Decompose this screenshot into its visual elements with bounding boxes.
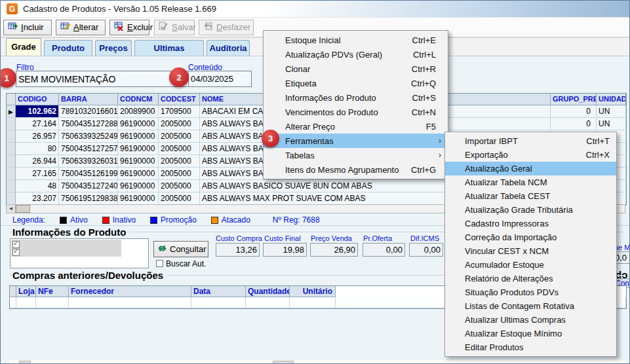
menu-item[interactable]: Itens do Mesmo Agrupamento Ctrl+G bbox=[264, 162, 448, 177]
cell-unidade[interactable]: UN bbox=[597, 118, 626, 130]
row-selector-cell[interactable]: ▶ bbox=[7, 105, 16, 118]
submenu-item[interactable]: Atualizar Ultimas Compras bbox=[445, 313, 616, 327]
cell-codcest[interactable]: 2005000 bbox=[159, 180, 200, 192]
cell-unidade[interactable]: UN bbox=[597, 105, 626, 118]
custo-compra-value[interactable]: 13,26 bbox=[216, 243, 260, 257]
cell-codigo[interactable]: 27.164 bbox=[16, 118, 59, 130]
tab[interactable]: Preços bbox=[95, 40, 132, 56]
menu-item[interactable]: Etiqueta Ctrl+Q bbox=[264, 76, 448, 90]
dif-icms-value[interactable]: 0,00 bbox=[409, 243, 443, 257]
menu-item[interactable]: Informações do Produto Ctrl+S bbox=[264, 90, 448, 105]
submenu-item[interactable]: Atualização Grade Tributária bbox=[445, 203, 616, 217]
submenu-item[interactable]: Acumulador Estoque bbox=[445, 258, 616, 272]
compras-column-header[interactable]: Quantidade bbox=[246, 286, 290, 297]
submenu-item[interactable]: Atualizar Estoque Mínimo bbox=[445, 327, 616, 340]
grid-column-header[interactable]: UNIDADE bbox=[597, 94, 626, 105]
submenu-item[interactable]: Editar Produtos bbox=[445, 340, 616, 354]
cell-codcest[interactable]: 2005000 bbox=[159, 192, 200, 205]
cell-grupo-preco[interactable]: 0 bbox=[551, 105, 597, 118]
info-checkbox-2[interactable] bbox=[12, 249, 20, 256]
cell-barra[interactable]: 7506339326031 bbox=[59, 155, 118, 168]
cell-barra[interactable]: 7891032016601 bbox=[59, 105, 118, 118]
cell-codncm[interactable]: 96190000 bbox=[118, 130, 159, 143]
row-selector-cell[interactable] bbox=[7, 118, 16, 130]
alterar-button[interactable]: Alterar bbox=[56, 20, 106, 35]
consultar-button[interactable]: Consultar bbox=[153, 241, 208, 257]
cell-codcest[interactable]: 2005000 bbox=[159, 118, 200, 130]
cell-codigo[interactable]: 102.962 bbox=[16, 105, 59, 118]
cell-codncm[interactable]: 96190000 bbox=[118, 192, 159, 205]
cell-barra[interactable]: 7500435127288 bbox=[59, 118, 118, 130]
row-selector-cell[interactable] bbox=[7, 143, 16, 155]
filtro-input[interactable] bbox=[16, 71, 189, 87]
conteudo-input[interactable] bbox=[188, 71, 252, 87]
cell-codncm[interactable]: 96190000 bbox=[118, 168, 159, 180]
cell-codcest[interactable]: 2005000 bbox=[159, 155, 200, 168]
compras-column-header[interactable]: Unitário bbox=[290, 286, 336, 297]
submenu-item[interactable]: Atualizar Tabela NCM bbox=[445, 175, 616, 189]
menu-item[interactable]: Alterar Preço F5 bbox=[264, 119, 448, 134]
cell-codcest[interactable]: 2005000 bbox=[159, 168, 200, 180]
cell-codcest[interactable]: 1709500 bbox=[159, 105, 200, 118]
cell-codncm[interactable]: 96190000 bbox=[118, 118, 159, 130]
bottom-splitter-handle[interactable] bbox=[273, 361, 294, 364]
cell-barra[interactable]: 7506195129838 bbox=[59, 192, 118, 205]
cell-barra[interactable]: 7500435127257 bbox=[59, 143, 118, 155]
cell-grupo-preco[interactable]: 0 bbox=[551, 118, 597, 130]
submenu-item[interactable]: Exportação Ctrl+X bbox=[445, 148, 616, 162]
submenu-item[interactable]: Correção da Importação bbox=[445, 230, 616, 244]
tab[interactable]: Ultimas Compras bbox=[134, 40, 204, 56]
menu-item[interactable]: Vencimentos do Produto Ctrl+N bbox=[264, 105, 448, 119]
grid-column-header[interactable]: CODNCM bbox=[118, 94, 159, 105]
cell-codigo[interactable]: 48 bbox=[16, 180, 59, 192]
tab[interactable]: Auditoria bbox=[207, 40, 250, 56]
cell-codigo[interactable]: 23.207 bbox=[16, 192, 59, 205]
compras-column-header[interactable]: Fornecedor bbox=[69, 286, 191, 297]
bottom-scrollbar[interactable] bbox=[9, 360, 625, 364]
custo-final-value[interactable]: 19,98 bbox=[263, 243, 307, 257]
tab[interactable]: Grade bbox=[6, 38, 41, 56]
cell-codigo[interactable]: 26.944 bbox=[16, 155, 59, 168]
bottom-scrollbar-thumb[interactable] bbox=[19, 361, 31, 364]
row-selector-cell[interactable] bbox=[7, 180, 16, 192]
cell-barra[interactable]: 7500435126199 bbox=[59, 168, 118, 180]
submenu-item[interactable]: Vincular CEST x NCM bbox=[445, 244, 616, 258]
incluir-button[interactable]: Incluir bbox=[3, 20, 52, 35]
row-selector-cell[interactable] bbox=[7, 155, 16, 168]
grid-column-header[interactable]: CODIGO bbox=[16, 94, 59, 105]
compras-column-header[interactable]: NFe bbox=[36, 286, 69, 297]
cell-codigo[interactable]: 26.957 bbox=[16, 130, 59, 143]
buscar-aut-checkbox[interactable] bbox=[156, 260, 163, 267]
submenu-item[interactable]: Importar IBPT Ctrl+T bbox=[445, 134, 616, 148]
menu-item[interactable]: Tabelas › bbox=[264, 148, 448, 162]
cell-codncm[interactable]: 96190000 bbox=[118, 155, 159, 168]
grid-column-header[interactable]: GRUPO_PRECO bbox=[551, 94, 597, 105]
menu-item[interactable]: Atualização PDVs (Geral) Ctrl+L bbox=[264, 47, 448, 62]
grid-column-header[interactable]: CODCEST bbox=[159, 94, 200, 105]
row-selector-cell[interactable] bbox=[7, 192, 16, 205]
submenu-item[interactable]: Situação Produtos PDVs bbox=[445, 285, 616, 299]
submenu-item[interactable]: Atualizar Tabela CEST bbox=[445, 189, 616, 203]
cell-codcest[interactable]: 2005000 bbox=[159, 143, 200, 155]
menu-item[interactable]: Estoque Inicial Ctrl+E bbox=[264, 33, 448, 47]
grid-column-header[interactable]: BARRA bbox=[59, 94, 118, 105]
cell-codncm[interactable]: 96190000 bbox=[118, 180, 159, 192]
scrollbar-thumb[interactable] bbox=[16, 205, 30, 213]
cell-barra[interactable]: 7506339325249 bbox=[59, 130, 118, 143]
row-selector-cell[interactable] bbox=[7, 130, 16, 143]
cell-codigo[interactable]: 80 bbox=[16, 143, 59, 155]
menu-item[interactable]: Clonar Ctrl+R bbox=[264, 62, 448, 76]
submenu-item[interactable]: Atualização Geral bbox=[445, 162, 616, 175]
compras-column-header[interactable]: Data bbox=[191, 286, 246, 297]
excluir-button[interactable]: Excluir bbox=[109, 20, 149, 35]
desfazer-button[interactable]: Desfazer bbox=[199, 20, 254, 35]
cell-barra[interactable]: 7500435127240 bbox=[59, 180, 118, 192]
cell-codncm[interactable]: 96190000 bbox=[118, 143, 159, 155]
submenu-item[interactable]: Cadastro Impressoras bbox=[445, 217, 616, 230]
salvar-button[interactable]: Salvar bbox=[154, 20, 195, 35]
cell-codcest[interactable]: 2005000 bbox=[159, 130, 200, 143]
cell-codigo[interactable]: 27.165 bbox=[16, 168, 59, 180]
tab[interactable]: Produto bbox=[44, 40, 92, 56]
cell-codncm[interactable]: 20089900 bbox=[118, 105, 159, 118]
scroll-left-icon[interactable]: ◄ bbox=[7, 205, 16, 213]
